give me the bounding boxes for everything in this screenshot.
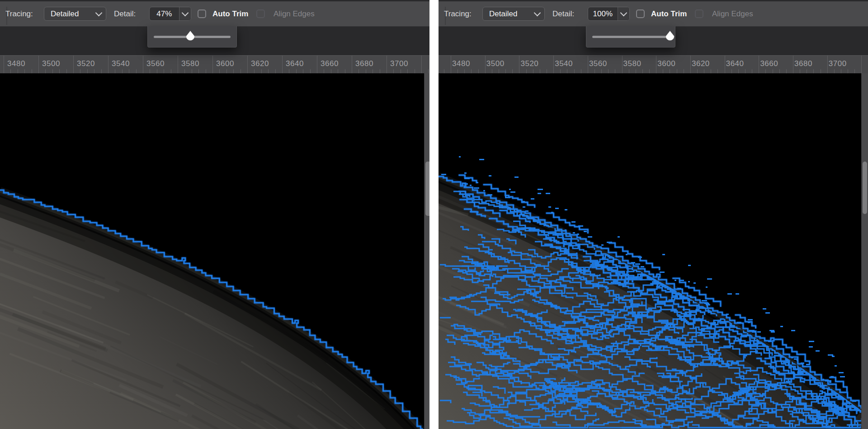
ruler-minor-tick [608,69,609,73]
ruler-minor-tick [642,69,643,73]
ruler-minor-tick [226,69,227,73]
trace-preview-canvas[interactable] [439,73,868,429]
horizontal-ruler: 3480350035203540356035803600362036403660… [0,55,429,73]
ruler-minor-tick [219,69,220,73]
ruler-minor-tick [157,69,157,73]
ruler-minor-tick [303,69,303,73]
panel-divider [429,0,439,429]
chevron-down-icon [534,10,541,17]
toolbar: Tracing: Detailed Detail: 100% Auto Trim… [439,1,868,27]
chevron-down-icon [182,10,189,17]
ruler-tick-label: 3640 [279,59,311,68]
ruler-minor-tick [444,69,444,73]
ruler-tick-label: 3620 [244,59,276,68]
ruler-tick-label: 3500 [35,59,67,68]
chevron-down-icon [95,10,103,17]
ruler-minor-tick [415,69,415,73]
detail-chevron-button[interactable] [618,7,629,20]
ruler-tick-label: 3560 [140,59,171,68]
align-edges-checkbox[interactable] [256,10,265,18]
detail-value-dropdown[interactable]: 100% [588,7,630,21]
ruler-minor-tick [533,69,533,73]
ruler-major-tick [421,56,422,73]
detail-slider-track[interactable] [592,36,669,38]
detail-chevron-button[interactable] [179,7,191,20]
split-compare-view: Tracing: Detailed Detail: 47% Auto Trim … [0,0,868,429]
ruler-minor-tick [198,69,199,73]
ruler-minor-tick [848,69,848,73]
ruler-minor-tick [697,69,698,73]
ruler-minor-tick [94,69,94,73]
vertical-scrollbar-track[interactable] [861,73,868,429]
ruler-minor-tick [800,69,800,73]
ruler-minor-tick [629,69,629,73]
ruler-minor-tick [66,69,67,73]
ruler-minor-tick [359,69,359,73]
tracing-mode-dropdown[interactable]: Detailed [44,7,106,21]
ruler-tick-label: 3700 [383,59,415,68]
ruler-minor-tick [192,69,192,73]
ruler-tick-label: 3580 [175,59,206,68]
ruler-minor-tick [499,69,499,73]
ruler-minor-tick [407,69,408,73]
auto-trim-checkbox[interactable] [198,10,206,18]
ruler-minor-tick [254,69,255,73]
ruler-tick-label: 3500 [480,59,511,68]
ruler-minor-tick [10,69,11,73]
ruler-minor-tick [380,69,380,73]
detail-slider-track[interactable] [154,36,231,38]
ruler-minor-tick [401,69,401,73]
ruler-minor-tick [738,69,739,73]
ruler-tick-label: 3620 [685,59,717,68]
ruler-minor-tick [150,69,150,73]
ruler-minor-tick [261,69,262,73]
ruler-minor-tick [773,69,773,73]
ruler-minor-tick [684,69,684,73]
detail-value[interactable]: 47% [150,7,179,20]
ruler-tick-label: 3480 [0,59,32,68]
ruler-minor-tick [752,69,752,73]
ruler-minor-tick [101,69,102,73]
auto-trim-checkbox[interactable] [636,10,645,18]
ruler-minor-tick [615,69,615,73]
ruler-minor-tick [241,69,241,73]
trace-preview-canvas[interactable] [0,73,429,429]
ruler-minor-tick [601,69,602,73]
ruler-minor-tick [310,69,311,73]
ruler-minor-tick [547,69,547,73]
ruler-tick-label: 3660 [753,59,785,68]
detail-slider-popup [147,26,237,48]
ruler-minor-tick [171,69,171,73]
detail-value[interactable]: 100% [588,7,618,20]
ruler-minor-tick [745,69,745,73]
ruler-minor-tick [471,69,472,73]
auto-trim-label: Auto Trim [651,7,687,21]
ruler-minor-tick [636,69,636,73]
chevron-down-icon [620,10,627,17]
toolbar: Tracing: Detailed Detail: 47% Auto Trim … [0,1,429,27]
tracing-label: Tracing: [444,7,472,21]
detail-slider-thumb[interactable] [185,31,195,43]
ruler-minor-tick [704,69,704,73]
slider-thumb-icon [185,31,195,43]
ruler-major-tick [861,56,862,73]
vertical-scrollbar-thumb[interactable] [863,162,867,214]
tracing-mode-dropdown[interactable]: Detailed [482,7,545,21]
auto-trim-label: Auto Trim [212,7,248,21]
ruler-minor-tick [296,69,297,73]
ruler-tick-label: 3600 [651,59,682,68]
ruler-minor-tick [324,69,324,73]
ruler-minor-tick [18,69,18,73]
ruler-minor-tick [184,69,185,73]
ruler-minor-tick [786,69,787,73]
ruler-minor-tick [428,69,429,73]
ruler-tick-label: 3640 [719,59,751,68]
detail-slider-thumb[interactable] [665,31,675,43]
ruler-minor-tick [458,69,458,73]
align-edges-checkbox[interactable] [695,10,703,18]
ruler-minor-tick [331,69,331,73]
slider-thumb-icon [665,31,675,43]
ruler-tick-label: 3540 [548,59,580,68]
ruler-minor-tick [164,69,164,73]
detail-value-dropdown[interactable]: 47% [149,7,191,21]
